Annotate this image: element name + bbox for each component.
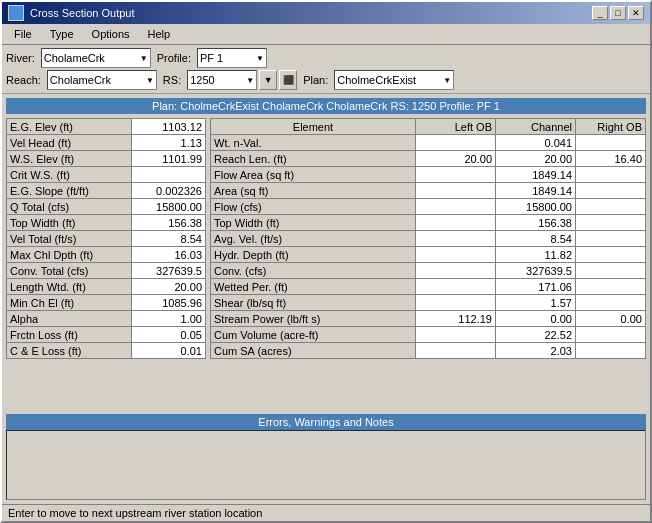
left-table-row: W.S. Elev (ft) 1101.99 <box>7 151 206 167</box>
left-value-12: 1.00 <box>132 311 206 327</box>
errors-content <box>6 430 646 500</box>
right-channel-6: 8.54 <box>496 231 576 247</box>
left-table-row: Crit W.S. (ft) <box>7 167 206 183</box>
left-value-6: 156.38 <box>132 215 206 231</box>
right-channel-7: 11.82 <box>496 247 576 263</box>
right-table-row: Area (sq ft) 1849.14 <box>211 183 646 199</box>
rs-up-button[interactable]: ⬛ <box>279 70 297 90</box>
right-element-13: Cum SA (acres) <box>211 343 416 359</box>
left-table-row: Frctn Loss (ft) 0.05 <box>7 327 206 343</box>
menu-help[interactable]: Help <box>140 26 179 42</box>
right-rightob-0 <box>576 135 646 151</box>
rs-label: RS: <box>163 74 181 86</box>
maximize-button[interactable]: □ <box>610 6 626 20</box>
right-table-row: Flow (cfs) 15800.00 <box>211 199 646 215</box>
menu-file[interactable]: File <box>6 26 40 42</box>
right-element-2: Flow Area (sq ft) <box>211 167 416 183</box>
left-label-8: Max Chl Dpth (ft) <box>7 247 132 263</box>
right-rightob-12 <box>576 327 646 343</box>
right-table-row: Flow Area (sq ft) 1849.14 <box>211 167 646 183</box>
right-element-10: Shear (lb/sq ft) <box>211 295 416 311</box>
right-table-row: Conv. (cfs) 327639.5 <box>211 263 646 279</box>
right-element-3: Area (sq ft) <box>211 183 416 199</box>
rs-dropdown[interactable]: 1250 ▼ <box>187 70 257 90</box>
right-table-row: Cum SA (acres) 2.03 <box>211 343 646 359</box>
right-leftob-2 <box>416 167 496 183</box>
right-rightob-1: 16.40 <box>576 151 646 167</box>
errors-section: Errors, Warnings and Notes <box>6 414 646 500</box>
errors-header: Errors, Warnings and Notes <box>6 414 646 430</box>
rs-dropdown-arrow: ▼ <box>246 76 254 85</box>
right-element-12: Cum Volume (acre-ft) <box>211 327 416 343</box>
left-table-row: Min Ch El (ft) 1085.96 <box>7 295 206 311</box>
plan-dropdown-arrow: ▼ <box>443 76 451 85</box>
tables-container: E.G. Elev (ft) 1103.12 Vel Head (ft) 1.1… <box>6 118 646 410</box>
reach-dropdown[interactable]: CholameCrk ▼ <box>47 70 157 90</box>
right-table-row: Avg. Vel. (ft/s) 8.54 <box>211 231 646 247</box>
right-element-1: Reach Len. (ft) <box>211 151 416 167</box>
right-leftob-13 <box>416 343 496 359</box>
col-channel-header: Channel <box>496 119 576 135</box>
right-channel-13: 2.03 <box>496 343 576 359</box>
right-table-row: Shear (lb/sq ft) 1.57 <box>211 295 646 311</box>
right-channel-8: 327639.5 <box>496 263 576 279</box>
right-table-row: Cum Volume (acre-ft) 22.52 <box>211 327 646 343</box>
close-button[interactable]: ✕ <box>628 6 644 20</box>
info-header: Plan: CholmeCrkExist CholameCrk CholameC… <box>6 98 646 114</box>
right-data-table: Element Left OB Channel Right OB Wt. n-V… <box>210 118 646 359</box>
toolbar: River: CholameCrk ▼ Profile: PF 1 ▼ Reac… <box>2 45 650 94</box>
app-icon <box>8 5 24 21</box>
left-label-0: E.G. Elev (ft) <box>7 119 132 135</box>
col-rightob-header: Right OB <box>576 119 646 135</box>
menu-bar: File Type Options Help <box>2 24 650 45</box>
minimize-button[interactable]: _ <box>592 6 608 20</box>
left-label-4: E.G. Slope (ft/ft) <box>7 183 132 199</box>
left-value-7: 8.54 <box>132 231 206 247</box>
right-leftob-6 <box>416 231 496 247</box>
right-leftob-10 <box>416 295 496 311</box>
river-dropdown[interactable]: CholameCrk ▼ <box>41 48 151 68</box>
right-rightob-5 <box>576 215 646 231</box>
left-label-6: Top Width (ft) <box>7 215 132 231</box>
right-element-11: Stream Power (lb/ft s) <box>211 311 416 327</box>
river-label: River: <box>6 52 35 64</box>
right-leftob-5 <box>416 215 496 231</box>
right-rightob-13 <box>576 343 646 359</box>
left-value-9: 327639.5 <box>132 263 206 279</box>
col-element-header: Element <box>211 119 416 135</box>
right-leftob-3 <box>416 183 496 199</box>
river-dropdown-arrow: ▼ <box>140 54 148 63</box>
right-table-row: Reach Len. (ft) 20.00 20.00 16.40 <box>211 151 646 167</box>
right-element-5: Top Width (ft) <box>211 215 416 231</box>
right-rightob-10 <box>576 295 646 311</box>
left-value-5: 15800.00 <box>132 199 206 215</box>
left-table-row: E.G. Slope (ft/ft) 0.002326 <box>7 183 206 199</box>
profile-dropdown[interactable]: PF 1 ▼ <box>197 48 267 68</box>
left-value-0: 1103.12 <box>132 119 206 135</box>
right-rightob-4 <box>576 199 646 215</box>
menu-type[interactable]: Type <box>42 26 82 42</box>
right-channel-2: 1849.14 <box>496 167 576 183</box>
left-label-13: Frctn Loss (ft) <box>7 327 132 343</box>
profile-dropdown-arrow: ▼ <box>256 54 264 63</box>
title-controls: _ □ ✕ <box>592 6 644 20</box>
plan-dropdown[interactable]: CholmeCrkExist ▼ <box>334 70 454 90</box>
right-rightob-6 <box>576 231 646 247</box>
right-leftob-12 <box>416 327 496 343</box>
left-table-row: Q Total (cfs) 15800.00 <box>7 199 206 215</box>
left-value-11: 1085.96 <box>132 295 206 311</box>
menu-options[interactable]: Options <box>84 26 138 42</box>
left-label-12: Alpha <box>7 311 132 327</box>
right-table: Element Left OB Channel Right OB Wt. n-V… <box>210 118 646 410</box>
left-table-row: E.G. Elev (ft) 1103.12 <box>7 119 206 135</box>
right-leftob-0 <box>416 135 496 151</box>
right-element-9: Wetted Per. (ft) <box>211 279 416 295</box>
right-leftob-11: 112.19 <box>416 311 496 327</box>
right-table-row: Top Width (ft) 156.38 <box>211 215 646 231</box>
left-value-10: 20.00 <box>132 279 206 295</box>
left-label-2: W.S. Elev (ft) <box>7 151 132 167</box>
right-element-4: Flow (cfs) <box>211 199 416 215</box>
right-rightob-8 <box>576 263 646 279</box>
rs-down-button[interactable]: ▼ <box>259 70 277 90</box>
plan-label: Plan: <box>303 74 328 86</box>
